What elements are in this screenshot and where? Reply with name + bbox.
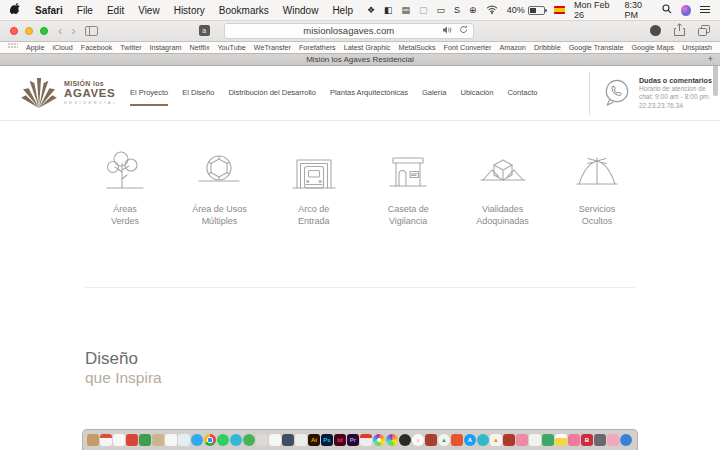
dock-camera-icon[interactable] [399,434,411,446]
bookmark-dribbble[interactable]: Dribbble [534,43,561,52]
dock-itunes-icon[interactable]: ♪ [412,434,424,446]
menu-window[interactable]: Window [283,5,319,16]
paste-icon[interactable]: ▢ [419,6,428,15]
dock-photos-icon[interactable] [373,434,385,446]
menu-bookmarks[interactable]: Bookmarks [219,5,269,16]
bookmark-instagram[interactable]: Instagram [150,43,182,52]
wifi-icon[interactable] [486,5,498,16]
dock-teal-app-icon[interactable] [230,434,242,446]
dropbox-icon[interactable]: ❖ [367,6,375,15]
minimize-window-button[interactable] [25,27,33,35]
sidebar-icon[interactable] [85,26,98,36]
bookmark-icloud[interactable]: iCloud [52,43,72,52]
bookmark-metalsucks[interactable]: MetalSucks [398,43,435,52]
menu-file[interactable]: File [77,5,93,16]
bookmark-google-maps[interactable]: Google Maps [631,43,674,52]
dock-darkblue-app-icon[interactable] [282,434,294,446]
dock-bluetooth-app-icon[interactable] [620,434,632,446]
crosshair-icon[interactable]: ⊕ [469,6,477,15]
clipboard-icon[interactable]: ▤ [402,6,411,15]
skype-icon[interactable]: S [454,6,460,15]
menu-help[interactable]: Help [332,5,353,16]
nav-el-proyecto[interactable]: El Proyecto [130,88,168,99]
close-window-button[interactable] [10,27,18,35]
bookmark-amazon[interactable]: Amazon [500,43,526,52]
siri-icon[interactable] [681,5,691,16]
dock-green-app-icon[interactable] [139,434,151,446]
dock-premiere-icon[interactable]: Pr [347,434,359,446]
dock-display-app-icon[interactable] [568,434,580,446]
dock-illustrator-icon[interactable]: Ai [308,434,320,446]
dock-white-doc-icon[interactable] [269,434,281,446]
menu-history[interactable]: History [174,5,205,16]
feature-areas-verdes[interactable]: ÁreasVerdes [78,148,172,227]
dock-files-icon[interactable] [87,434,99,446]
mute-audio-icon[interactable] [443,25,452,36]
bookmark-netflix[interactable]: Netflix [190,43,210,52]
menu-app-name[interactable]: Safari [35,5,63,16]
bookmark-google-translate[interactable]: Google Translate [569,43,624,52]
dock-colorsync-icon[interactable] [386,434,398,446]
dock-acrobat-icon[interactable] [360,434,372,446]
dock-green-circle-app-icon[interactable] [243,434,255,446]
dock-gray-app-icon[interactable] [256,434,268,446]
new-tab-button[interactable]: + [708,54,713,64]
extension-icon[interactable]: a [199,25,210,36]
dock-pink-app-icon[interactable] [516,434,528,446]
dock-folder-dark-icon[interactable] [594,434,606,446]
feature-caseta-vigilancia[interactable]: Caseta deVigilancia [361,148,455,227]
dock-indesign-icon[interactable]: Id [334,434,346,446]
dock-light-app-icon[interactable] [295,434,307,446]
dock-drive-icon[interactable]: ▲ [438,434,450,446]
nav-galeria[interactable]: Galería [422,88,447,99]
dock-appstore-icon[interactable]: A [464,434,476,446]
dock-chart-app-icon[interactable] [542,434,554,446]
bookmarks-grid-icon[interactable] [8,43,18,52]
menu-view[interactable]: View [138,5,160,16]
dock-whatsapp-icon[interactable] [217,434,229,446]
apple-icon[interactable] [10,3,21,18]
nav-distribucion[interactable]: Distribución del Desarrollo [228,88,316,99]
dock-vlc-icon[interactable]: ▲ [490,434,502,446]
reload-icon[interactable] [459,25,468,36]
dock-safari-icon[interactable] [191,434,203,446]
spotlight-search-icon[interactable] [662,4,672,16]
whatsapp-icon[interactable] [603,78,631,108]
bookmark-youtube[interactable]: YouTube [217,43,245,52]
feature-arco-entrada[interactable]: Arco deEntrada [267,148,361,227]
menu-edit[interactable]: Edit [107,5,124,16]
menu-bar-time[interactable]: 8:30 PM [624,0,653,20]
bookmark-unsplash[interactable]: Unsplash [682,43,712,52]
nav-ubicacion[interactable]: Ubicación [461,88,494,99]
dock-teal-circle-app-icon[interactable] [477,434,489,446]
bookmark-facebook[interactable]: Facebook [81,43,113,52]
dock-photoshop-icon[interactable]: Ps [321,434,333,446]
active-tab[interactable]: Misión los Agaves Residencial [306,55,414,64]
bookmark-wetransfer[interactable]: WeTransfer [254,43,291,52]
spain-flag-icon[interactable] [554,6,565,14]
feature-servicios-ocultos[interactable]: ServiciosOcultos [550,148,644,227]
feature-usos-multiples[interactable]: Área de UsosMúltiples [172,148,266,227]
bookmark-font-converter[interactable]: Font Converter [444,43,492,52]
share-icon[interactable] [674,22,685,40]
feature-vialidades[interactable]: VialidadesAdoquinadas [456,148,550,227]
tab-overview-icon[interactable] [698,22,710,40]
display-icon[interactable]: ▭ [437,6,446,15]
dock-white-app-icon[interactable] [529,434,541,446]
bookmark-forefathers[interactable]: Forefathers [299,43,336,52]
dock-tan-app-icon[interactable] [152,434,164,446]
dock-mail-icon[interactable] [451,434,463,446]
bookmark-apple[interactable]: Apple [26,43,44,52]
dock-red-app-icon[interactable] [126,434,138,446]
forward-button[interactable]: › [71,24,75,37]
dock-car-app-icon[interactable] [425,434,437,446]
dock-stickies-icon[interactable] [607,434,619,446]
nav-plantas[interactable]: Plantas Arquitectónicas [330,88,408,99]
nav-el-diseno[interactable]: El Diseño [182,88,214,99]
back-button[interactable]: ‹ [58,24,62,37]
dock-bootcamp-icon[interactable]: B [581,434,593,446]
bookmark-twitter[interactable]: Twitter [120,43,141,52]
dock-document-icon[interactable] [165,434,177,446]
menu-bar-date[interactable]: Mon Feb 26 [574,0,616,20]
dock-book-app-icon[interactable] [503,434,515,446]
